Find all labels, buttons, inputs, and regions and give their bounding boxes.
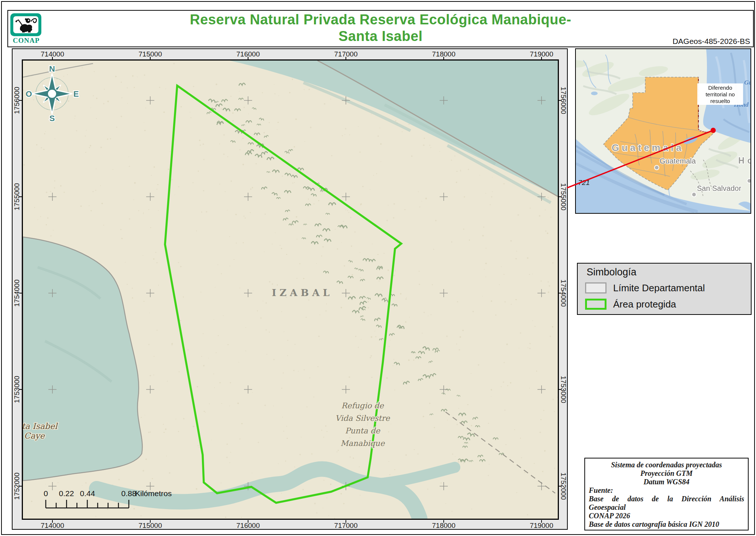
info-source-heading: Fuente: [589,486,744,495]
info-datum: Datum WGS84 [589,478,744,486]
axis-label-y-right: 1755000 [560,180,567,213]
axis-tick [150,57,151,59]
conap-logo-text: CONAP [10,37,42,45]
axis-tick [346,57,346,59]
axis-label-x-bottom: 718000 [427,522,460,529]
axis-tick [19,196,22,197]
axis-tick [559,293,561,293]
conap-logo-frame [10,13,41,36]
axis-tick [248,520,248,523]
departmental-limit-swatch [585,282,606,293]
protected-area-swatch [585,299,606,310]
note-line3: resuelto [710,98,730,104]
inset-locator-map: Guatemala Guatemala San Salvador Ho Gu H… [575,48,751,214]
header: CONAP Reserva Natural Privada Reserva Ec… [7,10,754,47]
axis-tick [19,486,22,487]
axis-label-x-top: 717000 [329,50,362,58]
axis-tick [443,57,444,59]
scalebar-label-044: 0.44 [80,489,95,498]
legend-item-label: Área protegida [613,299,676,310]
axis-label-x-top: 719000 [525,50,558,58]
info-source-line2: CONAP 2026 [589,512,744,520]
compass-east-label: E [73,89,79,99]
axis-tick [19,293,22,293]
san-salvador-dot [692,192,696,197]
axis-tick [559,389,561,390]
inset-sea-label-1: Gu [744,79,750,86]
info-source-line1: Base de datos de la Dirección Análisis G… [589,495,744,512]
map-title-line2: Santa Isabel [82,28,679,45]
axis-label-x-bottom: 719000 [525,522,558,529]
axis-tick [19,100,22,101]
axis-label-y-right: 1752000 [560,470,567,503]
compass-south-label: S [49,114,55,123]
legend: Simbología Límite Departamental Área pro… [577,263,752,315]
legend-item-departmental: Límite Departamental [585,282,705,294]
compass-rose: N E S O [26,63,79,123]
refugio-label-line3: Punta de [345,426,381,435]
axis-tick [443,520,444,523]
inset-country-label: Guatemala [612,142,684,153]
inset-city-label: Guatemala [660,157,696,165]
refugio-label-line2: Vida Silvestre [335,414,391,423]
refugio-label-line1: Refugio de [341,401,384,410]
projection-info-box: Sistema de coordenadas proyectadas Proye… [584,458,749,530]
axis-label-x-top: 718000 [427,50,460,58]
map-document-page: CONAP Reserva Natural Privada Reserva Ec… [0,0,756,536]
main-map-box: IZABAL Refugio de Vida Silvestre Punta d… [12,48,568,530]
map-title-line1: Reserva Natural Privada Reserva Ecológic… [82,11,679,28]
scalebar-unit: Kilómetros [135,489,172,498]
axis-tick [248,57,248,59]
caye-label-line2: Caye [24,431,45,440]
inset-route-label: 721 [578,179,590,186]
axis-label-y-right: 1754000 [560,276,567,310]
info-coordinate-system: Sistema de coordenadas proyectadas [589,461,744,469]
info-source-line3: Base de datos cartografía básica IGN 201… [589,520,744,529]
axis-label-x-bottom: 716000 [231,522,265,529]
document-id: DAGeos-485-2026-BS [673,37,750,46]
axis-tick [52,57,53,59]
map-frame: IZABAL Refugio de Vida Silvestre Punta d… [22,59,559,520]
map-title: Reserva Natural Privada Reserva Ecológic… [82,11,679,45]
inset-san-salvador-label: San Salvador [697,184,741,192]
axis-label-x-bottom: 717000 [329,522,362,529]
scalebar-label-0: 0 [44,489,48,498]
axis-tick [559,486,561,487]
guatemala-city-dot [654,165,659,170]
axis-tick [559,196,561,197]
inset-honduras-label: Ho [738,156,750,165]
compass-west-label: O [26,89,32,99]
scale-bar: 0 0.22 0.44 0.88 Kilómetros [38,481,244,516]
axis-label-x-bottom: 714000 [36,522,69,529]
caye-label-line1: nta Isabel [23,422,58,431]
axis-label-x-top: 716000 [231,50,265,58]
axis-label-y-right: 1753000 [560,373,567,406]
axis-tick [150,520,151,523]
axis-tick [559,100,561,101]
info-projection: Proyección GTM [589,469,744,478]
note-line1: Diferendo [708,85,732,91]
axis-label-x-top: 714000 [36,50,69,58]
conap-logo: CONAP [10,13,42,45]
scalebar-label-022: 0.22 [59,489,74,498]
axis-label-y-right: 1756000 [560,84,567,117]
refugio-label-line4: Manabique [340,439,385,448]
axis-tick [19,389,22,390]
scalebar-label-088: 0.88 [121,489,137,498]
legend-item-label: Límite Departamental [613,282,705,294]
legend-item-protected: Área protegida [585,298,676,310]
axis-tick [52,520,53,523]
city-dot [747,179,750,183]
note-line2: territorial no [705,91,735,97]
department-label: IZABAL [272,287,333,298]
axis-tick [541,520,542,523]
compass-north-label: N [49,64,55,73]
monkey-glyph-icon [13,16,38,33]
territorial-note: Diferendo territorial no resuelto [697,83,743,105]
legend-title: Simbología [587,267,636,278]
axis-tick [541,57,542,59]
axis-tick [346,520,346,523]
map-canvas: IZABAL Refugio de Vida Silvestre Punta d… [23,61,558,519]
axis-label-x-top: 715000 [134,50,167,58]
axis-label-x-bottom: 715000 [134,522,167,529]
